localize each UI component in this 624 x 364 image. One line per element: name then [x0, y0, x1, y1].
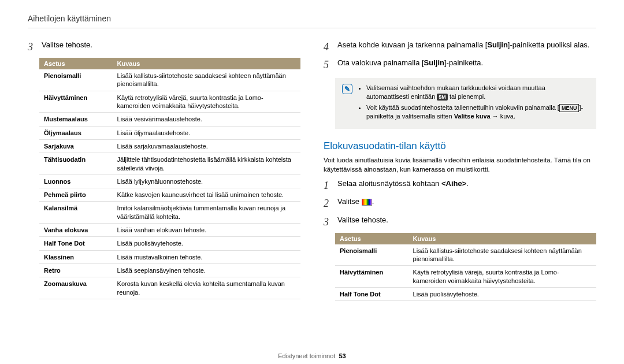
step-text: Valitse . [337, 196, 596, 207]
table-header-setting: Asetus [39, 58, 113, 69]
cell-desc: Lisää lyijykynäluonnostehoste. [113, 174, 300, 188]
step-number: 3 [28, 40, 36, 54]
step-number: 5 [324, 58, 332, 72]
cell-desc: Imitoi kalansilmäobjektiivia tummentamal… [113, 202, 300, 224]
bold-text: Valitse kuva [454, 113, 491, 120]
note-item: Voit käyttää suodatintehosteita tallenne… [366, 103, 589, 121]
table-row: LuonnosLisää lyijykynäluonnostehoste. [39, 174, 300, 188]
cell-setting: Öljymaalaus [39, 126, 113, 139]
step-number: 1 [324, 179, 332, 193]
step-3: 3 Valitse tehoste. [28, 40, 300, 54]
cell-setting: Sarjakuva [39, 139, 113, 153]
step-text: Selaa aloitusnäytössä kohtaan <Aihe>. [337, 179, 596, 189]
bold-text: Suljin [424, 58, 444, 67]
cell-setting: Mustemaalaus [39, 113, 113, 126]
bold-text: Suljin [487, 40, 507, 49]
movie-filter-icon [362, 199, 372, 206]
cell-desc: Lisää kallistus-siirtotehoste saadaksesi… [113, 69, 300, 91]
table-row: Vanha elokuvaLisää vanhan elokuvan tehos… [39, 224, 300, 237]
note-item: Valitsemasi vaihtoehdon mukaan tarkkuude… [366, 84, 589, 101]
cell-setting: Pehmeä piirto [39, 188, 113, 202]
cell-desc: Lisää öljymaalaustehoste. [113, 126, 300, 139]
bold-text: <Aihe> [441, 179, 466, 188]
note-box: ✎ Valitsemasi vaihtoehdon mukaan tarkkuu… [335, 78, 596, 129]
table-row: RetroLisää seepiansävyinen tehoste. [39, 263, 300, 277]
effects-table-left: Asetus Kuvaus PienoismalliLisää kallistu… [39, 58, 300, 299]
text: . [466, 179, 469, 188]
table-row: ZoomauskuvaKorosta kuvan keskellä olevia… [39, 277, 300, 299]
table-row: Pehmeä piirtoKätke kasvojen kauneusvirhe… [39, 188, 300, 202]
text: tai pienempi. [448, 93, 485, 100]
table-row: SarjakuvaLisää sarjakuvamaalaustehoste. [39, 139, 300, 153]
cell-setting: Kalansilmä [39, 202, 113, 224]
text: Ota valokuva painamalla [ [337, 58, 424, 67]
cell-desc: Lisää kallistus-siirtotehoste saadaksesi… [408, 244, 596, 266]
page-footer: Edistyneet toiminnot 53 [0, 352, 624, 359]
table-row: Half Tone DotLisää puolisävytehoste. [39, 237, 300, 250]
text: Valitse [337, 197, 362, 206]
cell-setting: Retro [39, 263, 113, 277]
note-list: Valitsemasi vaihtoehdon mukaan tarkkuude… [358, 84, 589, 123]
cell-desc: Lisää vanhan elokuvan tehoste. [113, 224, 300, 237]
section-title: Elokuvasuodatin-tilan käyttö [324, 140, 596, 152]
text: Voit käyttää suodatintehosteita tallenne… [366, 104, 559, 111]
step-number: 4 [324, 40, 332, 54]
table-row: TähtisuodatinJäljittele tähtisuodatinteh… [39, 153, 300, 175]
footer-label: Edistyneet toiminnot [278, 352, 335, 359]
cell-desc: Lisää seepiansävyinen tehoste. [113, 263, 300, 277]
table-header-desc: Kuvaus [408, 233, 596, 244]
effects-table-right: Asetus Kuvaus PienoismalliLisää kallistu… [335, 233, 596, 301]
cell-setting: Vanha elokuva [39, 224, 113, 237]
text: Aseta kohde kuvaan ja tarkenna painamall… [337, 40, 487, 49]
step-1: 1 Selaa aloitusnäytössä kohtaan <Aihe>. [324, 179, 596, 193]
table-row: PienoismalliLisää kallistus-siirtotehost… [39, 69, 300, 91]
table-row: ÖljymaalausLisää öljymaalaustehoste. [39, 126, 300, 139]
step-5: 5 Ota valokuva painamalla [Suljin]-paini… [324, 58, 596, 72]
table-row: HäivyttäminenKäytä retrotyylisiä värejä,… [335, 266, 596, 288]
cell-desc: Käytä retrotyylisiä värejä, suurta kontr… [113, 91, 300, 113]
page-number: 53 [339, 352, 346, 359]
table-row: HäivyttäminenKäytä retrotyylisiä värejä,… [39, 91, 300, 113]
section-intro: Voit luoda ainutlaatuisia kuvia lisäämäl… [324, 155, 596, 174]
step-2: 2 Valitse . [324, 196, 596, 211]
table-row: KalansilmäImitoi kalansilmäobjektiivia t… [39, 202, 300, 224]
text: Selaa aloitusnäytössä kohtaan [337, 179, 441, 188]
text: → kuva. [491, 113, 515, 120]
cell-setting: Tähtisuodatin [39, 153, 113, 175]
table-row: MustemaalausLisää vesivärimaalaustehoste… [39, 113, 300, 126]
step-number: 2 [324, 196, 332, 211]
cell-desc: Kätke kasvojen kauneusvirheet tai lisää … [113, 188, 300, 202]
cell-setting: Luonnos [39, 174, 113, 188]
page-header: Aihetilojen käyttäminen [28, 14, 596, 28]
cell-desc: Käytä retrotyylisiä värejä, suurta kontr… [408, 266, 596, 288]
step-text: Ota valokuva painamalla [Suljin]-painike… [337, 58, 596, 68]
text: ]-painiketta. [444, 58, 483, 67]
table-row: PienoismalliLisää kallistus-siirtotehost… [335, 244, 596, 266]
text: ]-painiketta puoliksi alas. [508, 40, 590, 49]
left-column: 3 Valitse tehoste. Asetus Kuvaus Pienois… [28, 36, 300, 301]
cell-setting: Half Tone Dot [39, 237, 113, 250]
table-row: KlassinenLisää mustavalkoinen tehoste. [39, 250, 300, 263]
cell-setting: Klassinen [39, 250, 113, 263]
cell-desc: Lisää vesivärimaalaustehoste. [113, 113, 300, 126]
cell-desc: Lisää sarjakuvamaalaustehoste. [113, 139, 300, 153]
step-text: Valitse tehoste. [42, 40, 300, 50]
cell-setting: Pienoismalli [39, 69, 113, 91]
cell-desc: Lisää puolisävytehoste. [408, 287, 596, 300]
menu-chip: MENU [559, 104, 580, 112]
cell-desc: Jäljittele tähtisuodatintehostetta lisää… [113, 153, 300, 175]
cell-setting: Häivyttäminen [335, 266, 408, 288]
step-text: Valitse tehoste. [337, 215, 596, 225]
cell-desc: Lisää mustavalkoinen tehoste. [113, 250, 300, 263]
right-column: 4 Aseta kohde kuvaan ja tarkenna painama… [324, 36, 596, 301]
cell-desc: Korosta kuvan keskellä olevia kohteita s… [113, 277, 300, 299]
cell-setting: Häivyttäminen [39, 91, 113, 113]
cell-setting: Pienoismalli [335, 244, 408, 266]
table-row: Half Tone DotLisää puolisävytehoste. [335, 287, 596, 300]
step-3b: 3 Valitse tehoste. [324, 215, 596, 229]
step-text: Aseta kohde kuvaan ja tarkenna painamall… [337, 40, 596, 50]
step-number: 3 [324, 215, 332, 229]
content-columns: 3 Valitse tehoste. Asetus Kuvaus Pienois… [28, 36, 596, 301]
table-header-desc: Kuvaus [113, 58, 300, 69]
cell-setting: Half Tone Dot [335, 287, 408, 300]
